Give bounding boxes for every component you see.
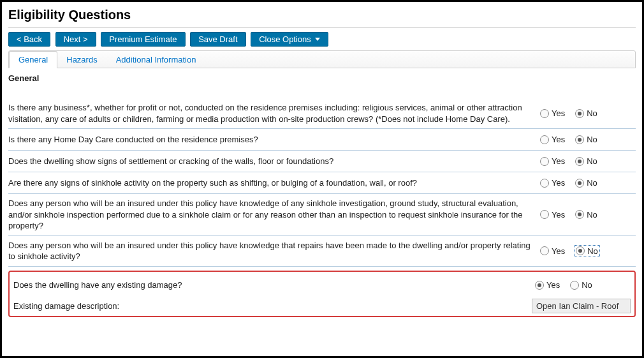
question-text: Are there any signs of sinkhole activity… bbox=[8, 177, 540, 189]
question-options: Yes No bbox=[535, 280, 631, 290]
radio-icon bbox=[540, 210, 549, 219]
radio-no[interactable]: No bbox=[575, 210, 597, 220]
page-title: Eligibility Questions bbox=[8, 8, 636, 22]
radio-yes[interactable]: Yes bbox=[540, 156, 565, 166]
question-text: Is there any Home Day Care conducted on … bbox=[8, 134, 540, 145]
radio-icon bbox=[575, 135, 584, 144]
radio-label: No bbox=[587, 210, 597, 220]
questions-list: Is there any business*, whether for prof… bbox=[8, 98, 636, 317]
radio-icon bbox=[575, 109, 584, 118]
radio-icon bbox=[575, 210, 584, 219]
existing-damage-highlight: Does the dwelling have any existing dama… bbox=[8, 271, 636, 317]
radio-label: Yes bbox=[552, 108, 565, 118]
radio-icon bbox=[540, 135, 549, 144]
toolbar: < Back Next > Premium Estimate Save Draf… bbox=[8, 32, 636, 47]
title-divider bbox=[8, 27, 636, 28]
radio-yes[interactable]: Yes bbox=[540, 210, 565, 220]
radio-label: No bbox=[587, 135, 597, 144]
tab-hazards[interactable]: Hazards bbox=[57, 52, 106, 68]
caret-down-icon bbox=[315, 38, 320, 41]
radio-label: Yes bbox=[552, 210, 565, 220]
premium-estimate-button[interactable]: Premium Estimate bbox=[101, 32, 185, 47]
radio-label: Yes bbox=[546, 280, 560, 290]
back-button[interactable]: < Back bbox=[8, 32, 50, 47]
question-options: Yes No bbox=[540, 156, 636, 166]
question-row: Is there any business*, whether for prof… bbox=[8, 98, 636, 129]
radio-yes[interactable]: Yes bbox=[540, 135, 565, 144]
radio-label: No bbox=[582, 280, 592, 290]
radio-label: No bbox=[587, 108, 597, 118]
damage-description-label: Existing damage description: bbox=[13, 301, 532, 311]
question-row: Does any person who will be an insured u… bbox=[8, 236, 636, 267]
radio-no[interactable]: No bbox=[575, 156, 597, 166]
question-options: Yes No bbox=[540, 246, 636, 256]
radio-label: Yes bbox=[552, 246, 565, 256]
question-options: Yes No bbox=[540, 178, 636, 188]
question-row: Does any person who will be an insured u… bbox=[8, 194, 636, 236]
radio-yes[interactable]: Yes bbox=[535, 280, 560, 290]
radio-icon bbox=[540, 157, 549, 166]
question-row: Does the dwelling show signs of settleme… bbox=[8, 151, 636, 172]
radio-yes[interactable]: Yes bbox=[540, 246, 565, 256]
close-options-label: Close Options bbox=[259, 34, 311, 44]
question-options: Yes No bbox=[540, 135, 636, 144]
question-options: Yes No bbox=[540, 108, 636, 118]
tabs-bar: General Hazards Additional Information bbox=[8, 50, 636, 68]
radio-no[interactable]: No bbox=[575, 108, 597, 118]
radio-no[interactable]: No bbox=[575, 178, 597, 188]
radio-icon bbox=[575, 179, 584, 188]
radio-icon bbox=[540, 246, 549, 255]
radio-yes[interactable]: Yes bbox=[540, 178, 565, 188]
damage-description-input[interactable] bbox=[532, 299, 631, 313]
save-draft-button[interactable]: Save Draft bbox=[190, 32, 245, 47]
question-text: Does the dwelling have any existing dama… bbox=[13, 280, 535, 291]
radio-label: No bbox=[587, 178, 597, 188]
tab-general[interactable]: General bbox=[9, 51, 57, 68]
radio-no[interactable]: No bbox=[570, 280, 592, 290]
tab-additional-information[interactable]: Additional Information bbox=[107, 52, 206, 68]
radio-label: No bbox=[587, 156, 597, 166]
radio-no[interactable]: No bbox=[575, 246, 599, 256]
question-text: Does any person who will be an insured u… bbox=[8, 240, 540, 262]
question-row: Are there any signs of sinkhole activity… bbox=[8, 172, 636, 194]
next-button[interactable]: Next > bbox=[55, 32, 96, 47]
radio-no[interactable]: No bbox=[575, 135, 597, 144]
question-text: Does the dwelling show signs of settleme… bbox=[8, 156, 540, 167]
radio-icon bbox=[540, 179, 549, 188]
radio-icon bbox=[535, 281, 544, 290]
app-frame: Eligibility Questions < Back Next > Prem… bbox=[0, 0, 644, 358]
radio-label: Yes bbox=[552, 135, 565, 144]
question-text: Does any person who will be an insured u… bbox=[8, 198, 540, 232]
section-heading: General bbox=[8, 73, 636, 83]
radio-icon bbox=[576, 246, 585, 255]
radio-label: Yes bbox=[552, 178, 565, 188]
radio-icon bbox=[540, 109, 549, 118]
question-text: Is there any business*, whether for prof… bbox=[8, 102, 540, 124]
radio-label: Yes bbox=[552, 156, 565, 166]
question-row: Does the dwelling have any existing dama… bbox=[13, 274, 631, 296]
close-options-button[interactable]: Close Options bbox=[251, 32, 328, 47]
question-options: Yes No bbox=[540, 210, 636, 220]
radio-icon bbox=[575, 157, 584, 166]
radio-yes[interactable]: Yes bbox=[540, 108, 565, 118]
question-row: Is there any Home Day Care conducted on … bbox=[8, 129, 636, 151]
damage-description-row: Existing damage description: bbox=[13, 296, 631, 313]
radio-icon bbox=[570, 281, 579, 290]
radio-label: No bbox=[587, 246, 598, 256]
